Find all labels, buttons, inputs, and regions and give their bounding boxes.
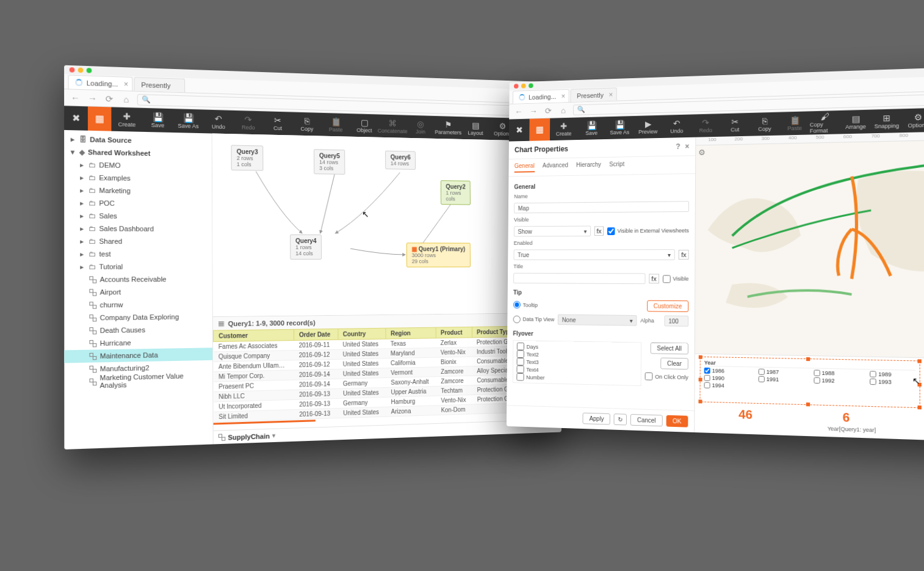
formula-icon[interactable]: fx [679,250,688,260]
year-checkbox[interactable]: 1993 [870,379,915,386]
year-checkbox[interactable]: 1989 [870,371,915,378]
year-checkbox[interactable]: 1987 [758,369,802,376]
paste-button[interactable]: 📋Paste [779,111,809,135]
forward-icon[interactable]: → [529,106,539,116]
tab-hierarchy[interactable]: Hierarchy [576,161,601,172]
query-card-q6[interactable]: Query6 14 rows [385,151,416,170]
close-icon[interactable]: × [608,91,613,98]
tab-presently[interactable]: Presently × [571,87,617,102]
selectall-button[interactable]: Select All [651,343,688,355]
query-card-q4[interactable]: Query4 1 rows 14 cols [290,235,322,260]
layout-button[interactable]: ▤Layout [462,117,489,140]
flyover-list[interactable]: DaysText2Text3Text4Number [513,340,641,386]
select-visible[interactable]: Show▾ [514,226,591,237]
undo-button[interactable]: ↶Undo [203,110,233,134]
query-card-q3[interactable]: Query3 2 rows 1 cols [231,145,264,170]
customize-button[interactable]: Customize [647,300,688,312]
chk-titlevisible[interactable]: Visible [663,275,689,283]
tree-worksheet[interactable]: churnw [64,297,212,311]
select-datatip[interactable]: None▾ [558,315,637,326]
apply-button[interactable]: Apply [583,413,610,425]
tree-folder[interactable]: ▸🗀test [64,247,212,260]
tree-folder[interactable]: ▸🗀Sales Dashboard [64,222,212,235]
object-button[interactable]: ▢Object [350,114,379,137]
chk-external[interactable]: Visible in External Viewsheets [607,227,689,235]
select-enabled[interactable]: True▾ [514,249,676,260]
reload-icon[interactable]: ⟳ [543,106,554,115]
close-dot[interactable] [514,84,518,89]
tab-advanced[interactable]: Advanced [543,162,568,172]
column-header[interactable]: Country [338,328,386,340]
minimize-dot[interactable] [78,68,84,73]
save-button[interactable]: 💾Save [142,108,173,133]
tree-folder[interactable]: ▸🗀Marketing [64,184,212,198]
create-button[interactable]: ✚Create [111,107,142,131]
logo-icon[interactable]: ✖ [509,119,530,142]
redo-button[interactable]: ↷Redo [691,114,720,137]
tree-worksheet[interactable]: Marketing Customer Value Analysis [64,373,212,388]
parameters-button[interactable]: ⚑Parameters [435,116,462,139]
zoom-dot[interactable] [87,68,92,73]
input-title[interactable] [513,273,645,284]
cancel-button[interactable]: Cancel [630,414,662,426]
reload-icon[interactable]: ⟳ [104,93,115,104]
saveas-button[interactable]: 💾Save As [605,116,633,139]
clear-button[interactable]: Clear [660,358,688,370]
radio-datatip[interactable]: Data Tip View [513,315,555,323]
year-checkbox[interactable]: 1994 [704,382,747,390]
caret-down-icon[interactable]: ▾ [272,432,276,440]
arrange-button[interactable]: ▤Arrange [840,110,872,134]
year-checkbox[interactable]: 1988 [814,370,858,377]
tab-general[interactable]: General [514,162,535,173]
close-icon[interactable]: × [685,142,689,151]
redo-button[interactable]: ↷Redo [233,111,263,135]
logo-icon[interactable]: ✖ [64,106,88,130]
cut-button[interactable]: ✂Cut [720,113,749,137]
tree-worksheet[interactable]: Airport [64,285,212,299]
close-icon[interactable]: × [561,92,566,100]
concat-button[interactable]: ⌘Concatenate [378,114,406,137]
copy-button[interactable]: ⎘Copy [750,112,780,136]
help-icon[interactable]: ? [676,142,680,151]
ok-button[interactable]: OK [666,415,688,427]
tree-folder[interactable]: ▸🗀Shared [64,235,212,247]
filter-year-card[interactable]: Year 19861987198819891990199119921993199… [699,357,920,408]
undo-button[interactable]: ↶Undo [662,115,691,138]
tab-loading[interactable]: Loading... × [513,89,569,104]
year-checkbox[interactable]: 1990 [704,375,747,382]
join-button[interactable]: ◎Join [406,115,435,139]
tab-loading[interactable]: Loading... × [68,75,133,91]
module-icon[interactable]: ▦ [88,106,112,131]
query-card-q5[interactable]: Query5 14 rows 3 cols [314,149,345,175]
close-dot[interactable] [70,67,75,73]
formula-icon[interactable]: fx [649,274,659,283]
input-name[interactable]: Map [514,201,689,213]
back-icon[interactable]: ← [70,92,81,103]
tree-folder[interactable]: ▸🗀Sales [64,209,212,222]
tab-script[interactable]: Script [609,161,624,171]
minimize-dot[interactable] [521,84,525,89]
module-icon[interactable]: ▦ [529,118,550,141]
year-checkbox[interactable]: 1991 [758,376,802,384]
forward-icon[interactable]: → [87,93,98,103]
saveas-button[interactable]: 💾Save As [173,109,204,133]
column-header[interactable]: Order Date [294,329,337,340]
copyformat-button[interactable]: 🖌Copy Format [810,111,840,134]
chk-onclick[interactable]: On Click Only [645,373,688,381]
column-header[interactable]: Customer [214,329,294,341]
paste-button[interactable]: 📋Paste [322,113,350,137]
cut-button[interactable]: ✂Cut [263,111,292,135]
home-icon[interactable]: ⌂ [558,105,568,115]
save-button[interactable]: 💾Save [577,117,605,140]
options-button[interactable]: ⚙Options [902,108,924,133]
back-icon[interactable]: ← [514,106,524,116]
input-alpha[interactable]: 100 [664,316,688,327]
column-header[interactable]: Product [436,327,472,338]
tree-worksheet[interactable]: Accounts Receivable [64,273,212,286]
bottom-tab-label[interactable]: SupplyChain [228,432,270,441]
year-checkbox[interactable]: 1992 [814,377,858,385]
tree-folder[interactable]: ▸🗀POC [64,197,212,211]
column-header[interactable]: Region [386,327,436,339]
reset-icon[interactable]: ↻ [614,413,627,425]
tab-presently[interactable]: Presently [134,77,186,92]
